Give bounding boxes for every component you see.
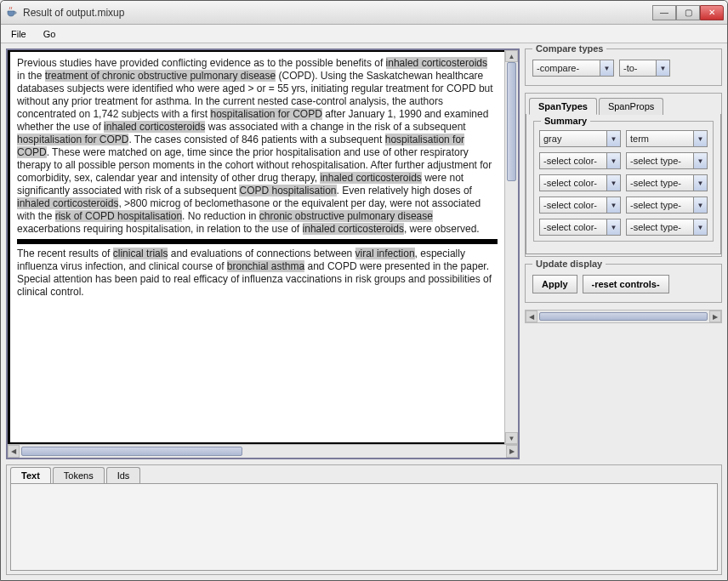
span-tabs: SpanTypes SpanProps: [526, 97, 721, 115]
chevron-down-icon: [693, 197, 707, 213]
selector-grid: gray term: [539, 130, 708, 236]
highlight-term[interactable]: hospitalisation for COPD: [210, 108, 321, 120]
text-run: . No reduction in: [182, 210, 259, 222]
selector-row: gray term: [539, 130, 708, 147]
summary-legend: Summary: [541, 116, 590, 126]
color-dropdown[interactable]: -select color-: [539, 219, 621, 236]
dropdown-value: -select color-: [540, 178, 606, 188]
dropdown-value: -select type-: [627, 222, 693, 232]
tab-ids[interactable]: Ids: [106, 467, 141, 483]
color-dropdown[interactable]: gray: [539, 130, 621, 147]
reset-controls-button[interactable]: -reset controls-: [583, 275, 669, 293]
selector-row: -select color- -select type-: [539, 174, 708, 191]
highlight-term[interactable]: inhaled corticosteroids: [104, 121, 205, 133]
right-horizontal-scrollbar[interactable]: ◀ ▶: [525, 310, 722, 323]
compare-legend: Compare types: [532, 43, 606, 54]
scroll-down-icon[interactable]: ▼: [505, 432, 518, 444]
dropdown-value: gray: [540, 134, 606, 144]
highlight-term[interactable]: chronic obstructive pulmonary disease: [259, 210, 433, 222]
titlebar[interactable]: Result of output.mixup — ▢ ✕: [1, 1, 727, 25]
text-run: The recent results of: [17, 248, 113, 259]
window-controls: — ▢ ✕: [652, 5, 724, 20]
document-divider: [17, 239, 498, 244]
chevron-down-icon: [693, 175, 707, 191]
color-dropdown[interactable]: -select color-: [539, 197, 621, 214]
maximize-button[interactable]: ▢: [676, 5, 700, 20]
type-dropdown[interactable]: -select type-: [626, 219, 708, 236]
compare-left-dropdown[interactable]: -compare-: [532, 60, 614, 77]
chevron-down-icon: [656, 60, 669, 76]
menubar: File Go: [1, 25, 727, 43]
content-area: Previous studies have provided conflicti…: [1, 43, 727, 580]
menu-file[interactable]: File: [4, 27, 33, 41]
tab-text[interactable]: Text: [10, 467, 51, 483]
dropdown-value: -select color-: [540, 156, 606, 166]
text-scroll: Previous studies have provided conflicti…: [8, 50, 518, 444]
vertical-scrollbar[interactable]: ▲ ▼: [504, 50, 518, 444]
dropdown-value: -to-: [620, 63, 656, 73]
tab-spantypes[interactable]: SpanTypes: [529, 98, 597, 115]
scroll-left-icon[interactable]: ◀: [526, 310, 537, 322]
highlight-term[interactable]: inhaled corticosteroids: [320, 172, 421, 184]
document-paragraph: Previous studies have provided conflicti…: [17, 57, 498, 236]
highlight-term[interactable]: inhaled corticosteroids: [303, 223, 404, 235]
text-body[interactable]: Previous studies have provided conflicti…: [8, 50, 504, 444]
compare-types-group: Compare types -compare- -to-: [525, 48, 722, 86]
right-panel: Compare types -compare- -to-: [525, 48, 722, 459]
scroll-thumb[interactable]: [21, 447, 242, 456]
highlight-term[interactable]: hospitalisation for COPD: [17, 134, 128, 145]
dropdown-value: -select color-: [540, 200, 606, 210]
type-dropdown[interactable]: term: [626, 130, 708, 147]
color-dropdown[interactable]: -select color-: [539, 152, 621, 169]
scroll-right-icon[interactable]: ▶: [506, 445, 518, 458]
chevron-down-icon: [606, 219, 620, 235]
selector-row: -select color- -select type-: [539, 219, 708, 236]
text-run: , were observed.: [404, 223, 480, 235]
color-dropdown[interactable]: -select color-: [539, 174, 621, 191]
java-cup-icon: [4, 6, 18, 20]
bottom-tabs-panel: Text Tokens Ids: [6, 464, 722, 575]
highlight-term[interactable]: viral infection: [355, 248, 415, 259]
minimize-button[interactable]: —: [652, 5, 676, 20]
type-dropdown[interactable]: -select type-: [626, 197, 708, 214]
highlight-term[interactable]: treatment of chronic obstructive pulmona…: [45, 70, 276, 82]
highlight-term[interactable]: inhaled corticosteroids: [386, 57, 487, 69]
scroll-left-icon[interactable]: ◀: [8, 445, 20, 458]
document-paragraph: The recent results of clinical trials an…: [17, 248, 498, 299]
horizontal-scrollbar[interactable]: ◀ ▶: [8, 444, 518, 458]
selector-row: -select color- -select type-: [539, 197, 708, 214]
type-dropdown[interactable]: -select type-: [626, 174, 708, 191]
text-run: exacerbations requiring hospitalisation,…: [17, 223, 303, 235]
highlight-term[interactable]: clinical trials: [113, 248, 168, 259]
apply-button[interactable]: Apply: [532, 275, 577, 293]
update-legend: Update display: [532, 259, 606, 269]
highlight-term[interactable]: inhaled corticosteroids: [17, 197, 118, 209]
app-window: Result of output.mixup — ▢ ✕ File Go Pre…: [0, 0, 728, 581]
scroll-thumb[interactable]: [507, 62, 516, 181]
highlight-term[interactable]: risk of COPD hospitalisation: [55, 210, 182, 222]
chevron-down-icon: [693, 153, 707, 168]
update-display-group: Update display Apply -reset controls-: [525, 264, 722, 303]
bottom-tab-body[interactable]: [10, 483, 718, 571]
scroll-thumb[interactable]: [539, 312, 708, 321]
compare-right-dropdown[interactable]: -to-: [619, 60, 670, 77]
tab-spanprops[interactable]: SpanProps: [599, 98, 663, 115]
tab-tokens[interactable]: Tokens: [53, 467, 105, 483]
dropdown-value: -select type-: [627, 178, 693, 188]
highlight-term[interactable]: COPD hospitalisation: [239, 185, 336, 197]
highlight-term[interactable]: bronchial asthma: [227, 260, 304, 272]
scroll-right-icon[interactable]: ▶: [709, 310, 721, 322]
text-run: was associated with a change in the risk…: [205, 121, 465, 133]
dropdown-value: -compare-: [533, 63, 600, 73]
type-dropdown[interactable]: -select type-: [626, 152, 708, 169]
chevron-down-icon: [606, 197, 620, 213]
chevron-down-icon: [693, 219, 707, 235]
dropdown-value: -select type-: [627, 156, 693, 166]
bottom-tabs: Text Tokens Ids: [7, 465, 721, 483]
chevron-down-icon: [693, 131, 707, 146]
close-button[interactable]: ✕: [700, 5, 724, 20]
text-run: in the: [17, 70, 45, 82]
menu-go[interactable]: Go: [37, 27, 63, 41]
scroll-up-icon[interactable]: ▲: [505, 50, 518, 62]
text-run: and evaluations of connections between: [168, 248, 355, 259]
